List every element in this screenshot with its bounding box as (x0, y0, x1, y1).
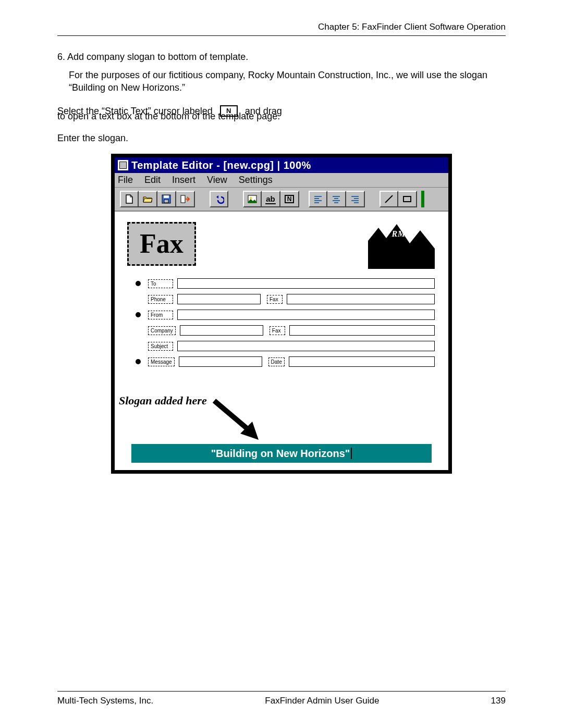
n-label: N (285, 195, 294, 203)
mountain-icon (368, 220, 435, 269)
enter-slogan-instruction: Enter the slogan. (57, 132, 506, 144)
rect-icon (402, 194, 412, 204)
open-button[interactable] (139, 191, 157, 207)
template-editor-screenshot: Template Editor - [new.cpg] | 100% File … (111, 154, 452, 474)
page-icon (124, 194, 134, 204)
label-phone[interactable]: Phone (148, 295, 173, 304)
svg-rect-3 (181, 195, 185, 203)
line-tool-button[interactable] (380, 191, 398, 207)
input-subject[interactable] (177, 341, 435, 351)
bullet-icon (136, 281, 141, 286)
label-message[interactable]: Message (148, 357, 175, 366)
label-subject[interactable]: Subject (148, 342, 173, 351)
menu-edit[interactable]: Edit (144, 175, 161, 186)
company-logo[interactable]: RMC (368, 220, 435, 269)
align-right-button[interactable] (346, 191, 365, 207)
align-right-icon (350, 194, 360, 204)
exit-button[interactable] (176, 191, 195, 207)
fax-title-text: Fax (140, 230, 183, 257)
app-icon (118, 160, 128, 170)
form-fields: To Phone Fax From (136, 278, 435, 372)
toolbar: ab N (115, 188, 448, 212)
align-left-button[interactable] (309, 191, 327, 207)
input-phone[interactable] (177, 294, 261, 304)
menu-view[interactable]: View (207, 175, 227, 186)
exit-icon (180, 194, 190, 204)
static-text-button[interactable]: N (280, 191, 299, 207)
svg-line-6 (385, 195, 393, 203)
align-center-icon (331, 194, 341, 204)
text-cursor (351, 448, 352, 459)
align-center-button[interactable] (327, 191, 346, 207)
insert-image-button[interactable] (243, 191, 262, 207)
label-fax2[interactable]: Fax (270, 326, 285, 335)
label-company[interactable]: Company (148, 326, 176, 335)
divider-bottom (57, 691, 506, 692)
step-title: 6. Add company slogan to bottom of templ… (57, 52, 506, 63)
input-date[interactable] (289, 356, 435, 367)
undo-button[interactable] (210, 191, 228, 207)
window-title: Template Editor - [new.cpg] | 100% (131, 159, 311, 171)
input-company[interactable] (180, 325, 263, 336)
image-icon (247, 194, 258, 204)
menu-bar: File Edit Insert View Settings (115, 173, 448, 188)
input-fax1[interactable] (287, 294, 435, 304)
divider-top (57, 35, 506, 36)
template-canvas[interactable]: Fax RMC To (115, 212, 448, 470)
svg-rect-7 (403, 196, 411, 202)
step-description: For the purposes of our fictitious compa… (69, 69, 506, 94)
folder-open-icon (142, 194, 153, 204)
footer-doc-title: FaxFinder Admin User Guide (265, 696, 379, 706)
slogan-text-box[interactable]: "Building on New Horizons" (131, 444, 432, 463)
new-button[interactable] (120, 191, 139, 207)
svg-rect-1 (164, 195, 169, 198)
line-icon (384, 194, 394, 204)
toolbar-end-marker (421, 191, 424, 207)
input-message[interactable] (179, 356, 262, 367)
undo-icon (214, 194, 224, 204)
fax-title-box[interactable]: Fax (127, 222, 196, 266)
menu-settings[interactable]: Settings (239, 175, 273, 186)
input-to[interactable] (177, 278, 435, 289)
annotation-text: Slogan added here (119, 394, 207, 408)
slogan-text: "Building on New Horizons" (211, 448, 350, 460)
logo-text: RMC (391, 229, 412, 239)
window-titlebar[interactable]: Template Editor - [new.cpg] | 100% (115, 157, 448, 173)
input-from[interactable] (177, 310, 435, 320)
svg-line-9 (214, 401, 248, 429)
align-left-icon (313, 194, 323, 204)
floppy-icon (161, 194, 172, 204)
bullet-icon (136, 359, 141, 364)
footer-company: Multi-Tech Systems, Inc. (57, 696, 153, 706)
label-fax1[interactable]: Fax (267, 295, 283, 304)
input-fax2[interactable] (289, 325, 435, 336)
menu-file[interactable]: File (118, 175, 133, 186)
menu-insert[interactable]: Insert (172, 175, 195, 186)
label-to[interactable]: To (148, 279, 173, 288)
rect-tool-button[interactable] (398, 191, 417, 207)
chapter-header: Chapter 5: FaxFinder Client Software Ope… (57, 22, 506, 35)
text-field-button[interactable]: ab (262, 191, 280, 207)
bullet-icon (136, 312, 141, 317)
label-date[interactable]: Date (268, 357, 285, 366)
svg-point-5 (250, 197, 252, 199)
ab-label: ab (265, 194, 276, 204)
save-button[interactable] (157, 191, 176, 207)
arrow-icon (212, 398, 269, 445)
footer-page-number: 139 (491, 696, 506, 706)
page-footer: Multi-Tech Systems, Inc. FaxFinder Admin… (57, 696, 506, 706)
label-from[interactable]: From (148, 311, 173, 319)
svg-rect-2 (164, 200, 168, 203)
